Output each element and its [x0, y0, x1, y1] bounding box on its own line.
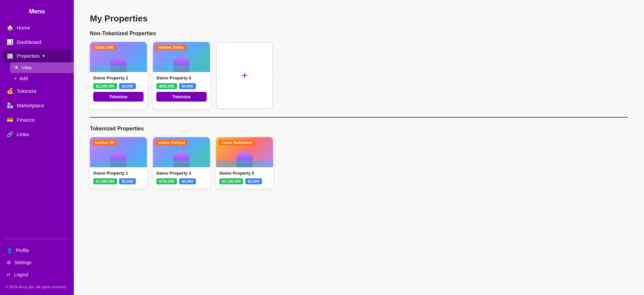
water-shape-prop3 [153, 161, 210, 167]
marketplace-icon: 🏪 [7, 102, 13, 109]
sidebar-menu-title: Menu [0, 0, 74, 20]
monthly-badge-prop4: $4,500 [179, 83, 196, 89]
sidebar-item-logout-label: Logout [14, 272, 29, 277]
property-card-image-prop5: Zurich, Switzerland [216, 137, 273, 167]
sidebar-item-properties-label: Properties [17, 53, 40, 59]
property-name-prop3: Demo Property 3 [156, 171, 207, 176]
tokenize-icon: 💰 [7, 88, 13, 94]
price-badge-prop2: $1,200,000 [93, 83, 117, 89]
sidebar-item-finance-label: Finance [17, 117, 35, 123]
price-badges-prop5: $1,100,000$5,500 [219, 178, 270, 184]
property-card-image-prop4: Istanbul, Turkey [153, 42, 210, 72]
property-card-body-prop1: Demo Property 1$1,000,000$5,000 [90, 167, 147, 188]
price-badges-prop4: $850,000$4,500 [156, 83, 207, 89]
view-icon: 👁 [14, 65, 19, 70]
property-bg-prop1: London, UK [90, 137, 147, 167]
price-badge-prop4: $850,000 [156, 83, 177, 89]
dashboard-icon: 📊 [7, 39, 13, 45]
property-card-prop2: Dubai, UAEDemo Property 2$1,200,000$6,00… [90, 42, 147, 109]
location-badge-prop4: Istanbul, Turkey [156, 45, 186, 50]
location-badge-prop3: Lisbon, Portugal [156, 140, 187, 145]
sidebar-submenu-item-add[interactable]: + Add [10, 73, 74, 84]
price-badges-prop1: $1,000,000$5,000 [93, 178, 144, 184]
add-icon: + [14, 76, 17, 81]
finance-icon: 💳 [7, 117, 13, 123]
sidebar-item-home[interactable]: 🏠 Home [0, 20, 74, 35]
property-name-prop2: Demo Property 2 [93, 75, 144, 80]
water-shape-prop1 [90, 161, 147, 167]
sidebar-item-tokenize-label: Tokenize [17, 88, 37, 94]
sidebar-submenu-add-label: Add [19, 76, 28, 81]
sidebar-item-profile[interactable]: 👤 Profile [5, 244, 68, 256]
monthly-badge-prop5: $5,500 [245, 178, 262, 184]
sidebar: Menu 🏠 Home 📊 Dashboard 🏢 Properties ▼ 👁… [0, 0, 74, 295]
property-card-body-prop5: Demo Property 5$1,100,000$5,500 [216, 167, 273, 188]
sidebar-item-logout[interactable]: ↩ Logout [5, 269, 68, 281]
sidebar-item-home-label: Home [17, 25, 30, 31]
property-name-prop4: Demo Property 4 [156, 75, 207, 80]
monthly-badge-prop2: $6,000 [119, 83, 136, 89]
price-badge-prop3: $750,000 [156, 178, 177, 184]
monthly-badge-prop3: $4,000 [179, 178, 196, 184]
sidebar-submenu-item-view[interactable]: 👁 View [10, 62, 74, 73]
sidebar-item-linka[interactable]: 🔗 Linka [0, 127, 74, 141]
chevron-down-icon: ▼ [42, 54, 45, 58]
sidebar-item-marketplace-label: Marketplace [17, 103, 44, 108]
tokenized-cards-grid: London, UKDemo Property 1$1,000,000$5,00… [90, 137, 628, 188]
property-bg-prop2: Dubai, UAE [90, 42, 147, 72]
sidebar-item-marketplace[interactable]: 🏪 Marketplace [0, 98, 74, 113]
profile-icon: 👤 [7, 248, 12, 253]
price-badge-prop5: $1,100,000 [219, 178, 243, 184]
price-badges-prop3: $750,000$4,000 [156, 178, 207, 184]
home-icon: 🏠 [7, 24, 13, 31]
property-card-body-prop2: Demo Property 2$1,200,000$6,000Tokenize [90, 72, 147, 106]
properties-row: Properties ▼ [17, 53, 67, 59]
section-divider [90, 117, 628, 118]
property-card-prop5: Zurich, SwitzerlandDemo Property 5$1,100… [216, 137, 273, 188]
location-badge-prop5: Zurich, Switzerland [219, 140, 255, 145]
sidebar-copyright: © 2024 AtivoLabs. All rights reserved. [0, 281, 74, 295]
sidebar-item-finance[interactable]: 💳 Finance [0, 113, 74, 127]
sidebar-submenu-properties: 👁 View + Add [10, 62, 74, 84]
property-card-image-prop1: London, UK [90, 137, 147, 167]
sidebar-item-properties[interactable]: 🏢 Properties ▼ [3, 49, 71, 62]
location-badge-prop2: Dubai, UAE [93, 45, 116, 50]
sidebar-nav: 🏠 Home 📊 Dashboard 🏢 Properties ▼ 👁 View… [0, 20, 74, 141]
page-title: My Properties [90, 13, 628, 24]
sidebar-item-dashboard[interactable]: 📊 Dashboard [0, 35, 74, 49]
property-bg-prop4: Istanbul, Turkey [153, 42, 210, 72]
sidebar-item-settings-label: Settings [14, 260, 32, 265]
sidebar-bottom: 👤 Profile ⚙ Settings ↩ Logout [5, 239, 68, 281]
properties-icon: 🏢 [7, 53, 13, 59]
property-card-image-prop2: Dubai, UAE [90, 42, 147, 72]
tokenize-button-prop4[interactable]: Tokenize [156, 92, 207, 102]
non-tokenized-section-title: Non-Tokenized Properties [90, 31, 628, 37]
add-property-card[interactable]: + [216, 42, 273, 109]
settings-icon: ⚙ [7, 260, 11, 265]
non-tokenized-cards-grid: Dubai, UAEDemo Property 2$1,200,000$6,00… [90, 42, 628, 109]
add-property-plus-icon: + [241, 70, 248, 81]
monthly-badge-prop1: $5,000 [119, 178, 136, 184]
tokenize-button-prop2[interactable]: Tokenize [93, 92, 144, 102]
main-content: My Properties Non-Tokenized Properties D… [74, 0, 644, 295]
property-bg-prop3: Lisbon, Portugal [153, 137, 210, 167]
property-card-image-prop3: Lisbon, Portugal [153, 137, 210, 167]
location-badge-prop1: London, UK [93, 140, 117, 145]
water-shape-prop4 [153, 65, 210, 72]
sidebar-item-profile-label: Profile [16, 248, 29, 253]
property-bg-prop5: Zurich, Switzerland [216, 137, 273, 167]
property-card-prop3: Lisbon, PortugalDemo Property 3$750,000$… [153, 137, 210, 188]
property-name-prop1: Demo Property 1 [93, 171, 144, 176]
sidebar-item-dashboard-label: Dashboard [17, 39, 41, 45]
property-card-prop4: Istanbul, TurkeyDemo Property 4$850,000$… [153, 42, 210, 109]
sidebar-submenu-view-label: View [21, 65, 32, 70]
tokenized-section-title: Tokenized Properties [90, 126, 628, 132]
property-card-body-prop3: Demo Property 3$750,000$4,000 [153, 167, 210, 188]
sidebar-item-linka-label: Linka [17, 131, 29, 137]
water-shape-prop5 [216, 161, 273, 167]
water-shape-prop2 [90, 65, 147, 72]
property-card-prop1: London, UKDemo Property 1$1,000,000$5,00… [90, 137, 147, 188]
sidebar-item-settings[interactable]: ⚙ Settings [5, 256, 68, 269]
property-card-body-prop4: Demo Property 4$850,000$4,500Tokenize [153, 72, 210, 106]
sidebar-item-tokenize[interactable]: 💰 Tokenize [0, 84, 74, 98]
